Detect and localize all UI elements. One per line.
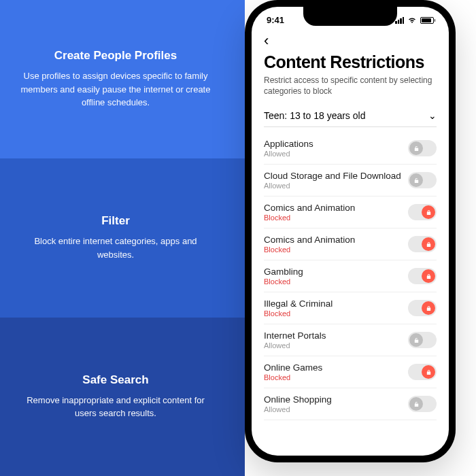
category-status: Blocked — [264, 373, 322, 381]
lock-icon — [422, 269, 435, 283]
category-status: Blocked — [264, 277, 303, 286]
category-name: Online Games — [264, 362, 322, 373]
category-item: Internet PortalsAllowed — [264, 324, 437, 356]
category-name: Applications — [264, 139, 313, 149]
phone-screen: 9:41 ‹ Content Restrictions Restrict acc… — [252, 7, 449, 456]
category-text: GamblingBlocked — [264, 267, 303, 286]
category-name: Illegal & Criminal — [264, 299, 333, 309]
category-name: Comics and Animation — [264, 235, 355, 245]
chevron-down-icon: ⌄ — [428, 110, 437, 121]
category-text: Comics and AnimationBlocked — [264, 235, 355, 254]
category-name: Comics and Animation — [264, 203, 355, 213]
category-text: Cloud Storage and File DownloadAllowed — [264, 171, 401, 190]
unlock-icon — [409, 173, 423, 187]
feature-panels: Create People Profiles Use profiles to a… — [0, 0, 245, 476]
category-toggle[interactable] — [408, 396, 437, 412]
category-item: Comics and AnimationBlocked — [264, 228, 437, 260]
panel-body: Use profiles to assign devices specific … — [20, 69, 211, 109]
back-button[interactable]: ‹ — [264, 31, 437, 52]
status-indicators — [395, 17, 434, 24]
category-status: Allowed — [264, 150, 313, 158]
page-title: Content Restrictions — [264, 52, 437, 72]
category-toggle[interactable] — [408, 332, 437, 348]
category-toggle[interactable] — [408, 204, 437, 220]
lock-icon — [422, 205, 435, 219]
lock-icon — [422, 365, 435, 379]
app-content: ‹ Content Restrictions Restrict access t… — [252, 27, 449, 420]
panel-profiles: Create People Profiles Use profiles to a… — [0, 0, 245, 158]
category-text: ApplicationsAllowed — [264, 139, 313, 158]
phone-notch — [303, 7, 397, 26]
category-status: Allowed — [264, 405, 332, 413]
panel-safe-search: Safe Search Remove inappropriate and exp… — [0, 318, 245, 476]
battery-icon — [420, 17, 434, 24]
panel-title: Filter — [20, 214, 211, 228]
unlock-icon — [409, 397, 423, 411]
category-text: Illegal & CriminalBlocked — [264, 299, 333, 318]
category-toggle[interactable] — [408, 268, 437, 284]
age-group-select[interactable]: Teen: 13 to 18 years old ⌄ — [264, 105, 437, 127]
unlock-icon — [409, 333, 423, 347]
panel-title: Create People Profiles — [20, 49, 211, 63]
category-item: Cloud Storage and File DownloadAllowed — [264, 165, 437, 197]
category-toggle[interactable] — [408, 364, 437, 380]
category-item: Online ShoppingAllowed — [264, 388, 437, 420]
panel-body: Remove inappropriate and explicit conten… — [20, 394, 211, 420]
status-time: 9:41 — [267, 15, 284, 25]
category-item: Illegal & CriminalBlocked — [264, 292, 437, 324]
category-status: Blocked — [264, 245, 355, 254]
wifi-icon — [407, 17, 417, 24]
category-name: Gambling — [264, 267, 303, 277]
category-toggle[interactable] — [408, 236, 437, 252]
age-group-label: Teen: 13 to 18 years old — [264, 110, 365, 121]
panel-title: Safe Search — [20, 373, 211, 387]
category-name: Internet Portals — [264, 330, 326, 341]
category-status: Blocked — [264, 214, 355, 222]
category-text: Comics and AnimationBlocked — [264, 203, 355, 222]
panel-body: Block entire internet categories, apps a… — [20, 235, 211, 261]
unlock-icon — [409, 141, 423, 155]
category-item: ApplicationsAllowed — [264, 133, 437, 165]
panel-filter: Filter Block entire internet categories,… — [0, 158, 245, 317]
category-text: Online ShoppingAllowed — [264, 394, 332, 413]
category-toggle[interactable] — [408, 140, 437, 156]
category-name: Cloud Storage and File Download — [264, 171, 401, 181]
category-status: Blocked — [264, 309, 333, 318]
category-item: Comics and AnimationBlocked — [264, 197, 437, 228]
category-list: ApplicationsAllowedCloud Storage and Fil… — [264, 127, 437, 420]
category-item: GamblingBlocked — [264, 260, 437, 292]
category-status: Allowed — [264, 182, 401, 190]
category-text: Online GamesBlocked — [264, 362, 322, 381]
lock-icon — [422, 301, 435, 315]
category-toggle[interactable] — [408, 172, 437, 188]
category-status: Allowed — [264, 341, 326, 350]
lock-icon — [422, 237, 435, 251]
phone-frame: 9:41 ‹ Content Restrictions Restrict acc… — [245, 0, 456, 462]
category-item: Online GamesBlocked — [264, 356, 437, 388]
page-subtitle: Restrict access to specific content by s… — [264, 75, 437, 97]
category-name: Online Shopping — [264, 394, 332, 405]
category-text: Internet PortalsAllowed — [264, 330, 326, 350]
category-toggle[interactable] — [408, 300, 437, 316]
